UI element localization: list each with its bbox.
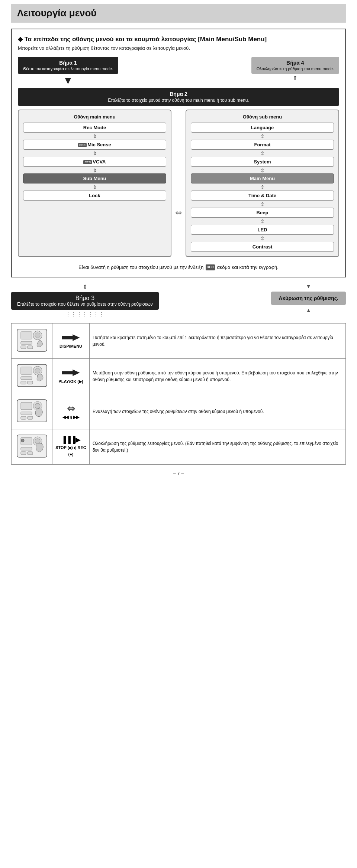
- main-content-box: ◆ Τα επίπεδα της οθόνης μενού και τα κου…: [11, 29, 346, 277]
- menu-item-beep: Beep: [191, 208, 334, 218]
- svg-point-3: [35, 333, 40, 338]
- menu-item-wrap-format: Format: [191, 140, 334, 150]
- svg-rect-12: [21, 381, 26, 384]
- menu-item-wrap-beep: Beep: [191, 208, 334, 218]
- sub-menu-col: Οθόνη sub menu Language ⇕ Format ⇕ Syste…: [186, 110, 339, 257]
- menu-item-wrap-main-menu: Main Menu: [191, 173, 334, 183]
- menu-item-system: System: [191, 157, 334, 167]
- arrows-up-step3: ⇕: [83, 283, 87, 290]
- step3-label: Βήμα 3: [17, 295, 153, 302]
- device-svg-4: [15, 433, 49, 459]
- menu-item-sub-menu: Sub Menu: [23, 173, 166, 183]
- arrow-up-cancel: ▲: [306, 307, 311, 313]
- page-number: – 7 –: [11, 471, 346, 476]
- button-label-3: ◀◀ ή ▶▶: [62, 415, 79, 420]
- step1-desc: Θέστε τον καταγραφέα σε λειτουργία menu …: [23, 66, 113, 71]
- svg-rect-19: [21, 416, 26, 419]
- svg-rect-5: [21, 346, 26, 349]
- main-menu-col: Οθόνη main menu Rec Mode ⇕ RECMic Sense …: [18, 110, 171, 257]
- dashed-down-step3: ⋮⋮⋮⋮⋮⋮⋮: [65, 311, 104, 317]
- device-icon-cell-2: [12, 359, 52, 394]
- menu-item-rec-mode: Rec Mode: [23, 123, 166, 133]
- menu-item-wrap-time-date: Time & Date: [191, 191, 334, 201]
- svg-rect-20: [28, 416, 33, 419]
- steps-top-row: Βήμα 1 Θέστε τον καταγραφέα σε λειτουργί…: [18, 57, 339, 86]
- svg-rect-8: [21, 367, 32, 374]
- arrow-cell-3: ⇔ ◀◀ ή ▶▶: [52, 394, 90, 429]
- desc-cell-4: Ολοκλήρωση της ρύθμισης λειτουργίας μενο…: [90, 429, 346, 465]
- device-icon-cell-3: [12, 394, 52, 429]
- step4-desc: Ολοκληρώστε τη ρύθμιση του menu mode.: [257, 66, 334, 71]
- sub-menu-title: Οθόνη sub menu: [191, 114, 334, 120]
- arrow-down-1: ▼: [63, 75, 73, 86]
- bottom-steps-row: ⇕ Βήμα 3 Επιλέξτε το στοιχείο που θέλετε…: [11, 283, 346, 317]
- arrow-double-up-4: ⇑: [293, 75, 298, 81]
- svg-rect-27: [28, 452, 33, 455]
- note-rec-badge: REC: [206, 264, 215, 270]
- device-svg-3: [15, 398, 49, 424]
- menu-item-wrap-contrast: Contrast: [191, 242, 334, 252]
- section-header: ◆ Τα επίπεδα της οθόνης μενού και τα κου…: [18, 35, 339, 43]
- instructions-table: DISP/MENU Πατήστε και κρατήστε πατημένο …: [11, 323, 346, 465]
- rec-badge-mic: REC: [78, 143, 87, 147]
- page-title: Λειτουργία μενού: [17, 7, 340, 19]
- device-svg-1: [15, 327, 49, 353]
- menu-columns: Οθόνη main menu Rec Mode ⇕ RECMic Sense …: [18, 110, 339, 257]
- menu-item-led: LED: [191, 225, 334, 235]
- menu-item-format: Format: [191, 140, 334, 150]
- desc-cell-1: Πατήστε και κρατήστε πατημένο το κουμπί …: [90, 324, 346, 359]
- button-label-4: STOP (■) ή REC (●): [55, 445, 86, 458]
- svg-rect-18: [21, 412, 32, 415]
- menu-item-vcva: RECVCVA: [23, 157, 166, 167]
- cancel-box: Ακύρωση της ρύθμισης.: [271, 292, 346, 305]
- arrow-cell-1: DISP/MENU: [52, 324, 90, 359]
- table-row: DISP/MENU Πατήστε και κρατήστε πατημένο …: [12, 324, 346, 359]
- device-icon-cell-4: [12, 429, 52, 465]
- svg-rect-6: [28, 346, 33, 349]
- step2-box: Βήμα 2 Επιλέξτε το στοιχείο μενού στην ο…: [18, 88, 339, 106]
- svg-rect-1: [21, 332, 32, 339]
- svg-rect-26: [21, 452, 26, 455]
- right-arrow-icon-1: [62, 334, 80, 342]
- rec-badge-vcva: REC: [83, 160, 92, 164]
- menu-item-wrap-system: System: [191, 157, 334, 167]
- cancel-col: ▼ Ακύρωση της ρύθμισης. ▲: [271, 283, 346, 313]
- menu-item-wrap-rec-mode: Rec Mode: [23, 123, 166, 133]
- menu-item-wrap-mic-sense: RECMic Sense: [23, 140, 166, 150]
- svg-point-10: [35, 368, 40, 373]
- page-title-bar: Λειτουργία μενού: [11, 4, 346, 23]
- svg-point-28: [21, 439, 24, 442]
- lr-arrow: ⇔: [175, 208, 182, 218]
- step4-box: Βήμα 4 Ολοκληρώστε τη ρύθμιση του menu m…: [251, 57, 339, 74]
- svg-rect-25: [21, 447, 32, 450]
- step3-col: ⇕ Βήμα 3 Επιλέξτε το στοιχείο που θέλετε…: [11, 283, 159, 317]
- step2-label: Βήμα 2: [23, 91, 334, 97]
- menu-item-time-date: Time & Date: [191, 191, 334, 201]
- menu-item-language: Language: [191, 123, 334, 133]
- svg-point-17: [35, 403, 40, 409]
- table-row: ⇔ ◀◀ ή ▶▶ Εναλλαγή των στοιχείων της οθό…: [12, 394, 346, 429]
- table-row: PLAY/OK (▶) Μετάβαση στην οθόνη ρύθμισης…: [12, 359, 346, 394]
- note-text: Είναι δυνατή η ρύθμιση του στοιχείου μεν…: [78, 264, 279, 271]
- svg-rect-11: [21, 377, 32, 380]
- section-subtext: Μπορείτε να αλλάξετε τη ρύθμιση θέτοντας…: [18, 45, 339, 51]
- device-icon-cell-1: [12, 324, 52, 359]
- step1-box: Βήμα 1 Θέστε τον καταγραφέα σε λειτουργί…: [18, 57, 118, 74]
- steps-diagram: Βήμα 1 Θέστε τον καταγραφέα σε λειτουργί…: [18, 57, 339, 271]
- arrow-cell-4: ▐▐▐▶ STOP (■) ή REC (●): [52, 429, 90, 465]
- menu-item-wrap-sub-menu: Sub Menu: [23, 173, 166, 183]
- step2-desc: Επιλέξτε το στοιχείο μενού στην οθόνη το…: [23, 98, 334, 103]
- svg-rect-13: [28, 381, 33, 384]
- desc-cell-2: Μετάβαση στην οθόνη ρύθμισης από την οθό…: [90, 359, 346, 394]
- menu-item-contrast: Contrast: [191, 242, 334, 252]
- right-arrow-icon-2: [62, 369, 80, 377]
- lr-arrow-icon-3: ⇔: [67, 404, 75, 413]
- svg-rect-4: [21, 341, 32, 344]
- desc-cell-3: Εναλλαγή των στοιχείων της οθόνης ρυθμίσ…: [90, 394, 346, 429]
- main-menu-title: Οθόνη main menu: [23, 114, 166, 120]
- stop-rec-icon-4: ▐▐▐▶: [61, 436, 80, 444]
- col-arrow: ⇔: [175, 110, 182, 257]
- menu-item-main-menu: Main Menu: [191, 173, 334, 183]
- svg-rect-15: [21, 402, 32, 410]
- menu-item-wrap-vcva: RECVCVA: [23, 157, 166, 167]
